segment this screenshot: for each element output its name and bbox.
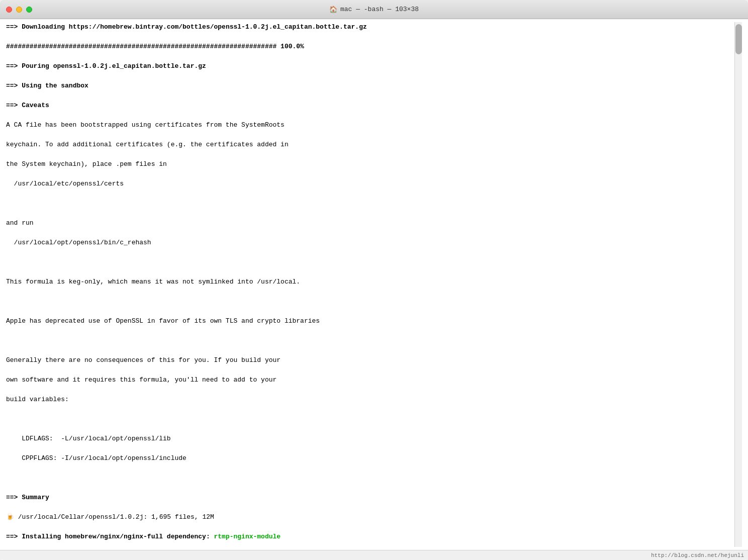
line-10	[6, 199, 734, 209]
line-22: LDFLAGS: -L/usr/local/opt/openssl/lib	[6, 434, 734, 444]
line-1: ==> Downloading https://homebrew.bintray…	[6, 22, 734, 32]
line-7: keychain. To add additional certificates…	[6, 140, 734, 150]
line-13	[6, 257, 734, 267]
line-23: CPPFLAGS: -I/usr/local/opt/openssl/inclu…	[6, 453, 734, 463]
status-url: http://blog.csdn.net/hejunli	[651, 552, 744, 558]
line-3: ==> Pouring openssl-1.0.2j.el_capitan.bo…	[6, 61, 734, 71]
line-20: build variables:	[6, 395, 734, 405]
line-14: This formula is keg-only, which means it…	[6, 277, 734, 287]
scrollbar-thumb[interactable]	[735, 24, 742, 54]
line-9: /usr/local/etc/openssl/certs	[6, 179, 734, 189]
line-18: Generally there are no consequences of t…	[6, 355, 734, 365]
line-17	[6, 336, 734, 346]
house-icon: 🏠	[329, 6, 337, 14]
window-title: 🏠 mac — -bash — 103×38	[329, 6, 419, 14]
line-2: ########################################…	[6, 42, 734, 52]
line-27: ==> Installing homebrew/nginx/nginx-full…	[6, 532, 734, 542]
terminal-body[interactable]: ==> Downloading https://homebrew.bintray…	[0, 19, 748, 550]
line-5: ==> Caveats	[6, 101, 734, 111]
line-26: 🍺 /usr/local/Cellar/openssl/1.0.2j: 1,69…	[6, 512, 734, 522]
line-8: the System keychain), place .pem files i…	[6, 159, 734, 169]
line-25: ==> Summary	[6, 493, 734, 503]
close-button[interactable]	[6, 7, 12, 13]
line-12: /usr/local/opt/openssl/bin/c_rehash	[6, 238, 734, 248]
line-15	[6, 297, 734, 307]
window-controls	[6, 7, 32, 13]
line-19: own software and it requires this formul…	[6, 375, 734, 385]
line-21	[6, 414, 734, 424]
terminal-window: 🏠 mac — -bash — 103×38 ==> Downloading h…	[0, 0, 748, 560]
line-11: and run	[6, 218, 734, 228]
line-6: A CA file has been bootstrapped using ce…	[6, 120, 734, 130]
titlebar: 🏠 mac — -bash — 103×38	[0, 0, 748, 19]
terminal-output: ==> Downloading https://homebrew.bintray…	[6, 22, 734, 547]
maximize-button[interactable]	[26, 7, 32, 13]
scrollbar-track[interactable]	[734, 22, 742, 547]
status-bar: http://blog.csdn.net/hejunli	[0, 550, 748, 560]
minimize-button[interactable]	[16, 7, 22, 13]
line-4: ==> Using the sandbox	[6, 81, 734, 91]
line-16: Apple has deprecated use of OpenSSL in f…	[6, 316, 734, 326]
line-24	[6, 473, 734, 483]
